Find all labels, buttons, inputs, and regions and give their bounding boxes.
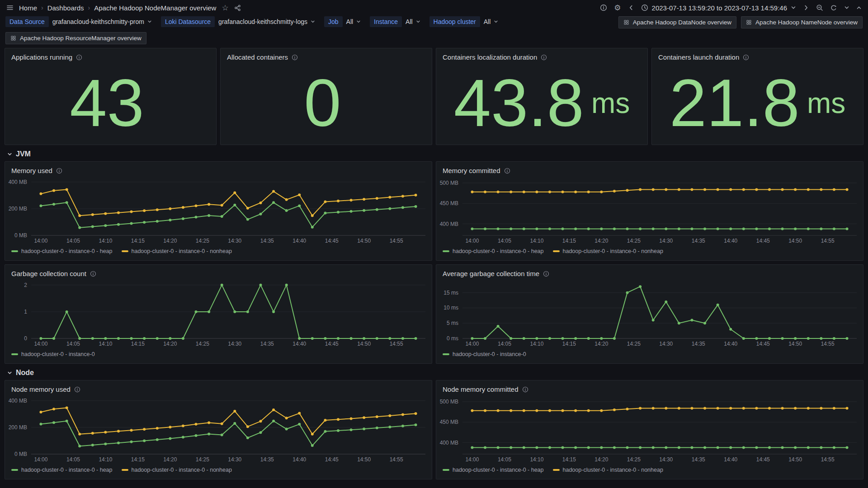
- chart-legend: hadoop-cluster-0 - instance-0 - heaphado…: [5, 464, 432, 479]
- hamburger-menu-icon[interactable]: [6, 4, 14, 11]
- info-icon[interactable]: [522, 386, 528, 393]
- series-point: [388, 414, 391, 417]
- star-icon[interactable]: ☆: [222, 4, 228, 12]
- series-point: [587, 227, 590, 230]
- series-point: [717, 227, 719, 230]
- legend-swatch: [443, 250, 449, 252]
- variable-value-dropdown[interactable]: All: [402, 16, 424, 27]
- x-axis-tick-label: 14:25: [627, 238, 641, 244]
- series-point: [846, 337, 849, 340]
- dashboard-grid-icon: [623, 19, 629, 25]
- chart-plot[interactable]: 0 MB200 MB400 MB14:0014:0514:1014:1514:2…: [5, 393, 432, 464]
- info-circle-icon[interactable]: [600, 4, 607, 11]
- chart-plot[interactable]: 400 MB450 MB500 MB14:0014:0514:1014:1514…: [436, 393, 863, 464]
- legend-item[interactable]: hadoop-cluster-0 - instance-0 - nonheap: [122, 248, 232, 254]
- legend-item[interactable]: hadoop-cluster-0 - instance-0 - heap: [443, 248, 544, 254]
- info-icon[interactable]: [292, 54, 298, 61]
- series-point: [363, 337, 365, 340]
- y-axis-tick-label: 0 MB: [14, 232, 27, 239]
- series-point: [182, 424, 184, 427]
- link-datanode-overview[interactable]: Apache Hadoop DataNode overview: [618, 16, 736, 28]
- breadcrumb-separator: ›: [41, 4, 43, 11]
- series-point: [104, 337, 107, 340]
- chart-canvas[interactable]: 0 MB200 MB400 MB14:0014:0514:1014:1514:2…: [5, 174, 432, 245]
- series-point: [130, 429, 133, 432]
- gear-icon[interactable]: ⚙: [614, 4, 621, 12]
- chart-canvas[interactable]: 0 MB200 MB400 MB14:0014:0514:1014:1514:2…: [5, 393, 432, 464]
- variable-value-dropdown[interactable]: All: [343, 16, 365, 27]
- chevron-down-icon: [494, 19, 498, 24]
- series-point: [807, 188, 810, 191]
- breadcrumb-home[interactable]: Home: [19, 4, 37, 12]
- x-axis-tick-label: 14:05: [66, 341, 80, 347]
- series-point: [285, 284, 288, 286]
- legend-item[interactable]: hadoop-cluster-0 - instance-0 - nonheap: [553, 467, 663, 473]
- info-icon[interactable]: [90, 271, 96, 277]
- link-resourcemanager-overview[interactable]: Apache Hadoop ResourceManager overview: [5, 32, 146, 44]
- stat-value: 21.8: [670, 70, 800, 136]
- chart-plot[interactable]: 0 MB200 MB400 MB14:0014:0514:1014:1514:2…: [5, 174, 432, 245]
- stat-value: 0: [304, 70, 341, 136]
- panel-title: Node memory used: [11, 385, 71, 393]
- chart-plot[interactable]: 01214:0014:0514:1014:1514:2014:2514:3014…: [5, 277, 432, 348]
- breadcrumb-dashboards[interactable]: Dashboards: [47, 4, 84, 12]
- info-icon[interactable]: [56, 168, 62, 174]
- variable-value-dropdown[interactable]: grafanacloud-keithschmitty-prom: [49, 16, 156, 27]
- legend-item[interactable]: hadoop-cluster-0 - instance-0: [443, 351, 526, 357]
- series-point: [613, 446, 616, 449]
- info-icon[interactable]: [541, 54, 547, 61]
- zoom-out-icon[interactable]: [816, 4, 823, 11]
- info-icon[interactable]: [74, 386, 80, 393]
- series-point: [337, 418, 340, 421]
- y-axis-tick-label: 5 ms: [447, 320, 458, 326]
- chart-canvas[interactable]: 01214:0014:0514:1014:1514:2014:2514:3014…: [5, 277, 432, 348]
- legend-item[interactable]: hadoop-cluster-0 - instance-0 - nonheap: [122, 467, 232, 473]
- info-icon[interactable]: [543, 271, 549, 277]
- series-point: [324, 211, 326, 214]
- x-axis-tick-label: 14:40: [292, 456, 306, 463]
- variable-value-dropdown[interactable]: All: [480, 16, 502, 27]
- legend-item[interactable]: hadoop-cluster-0 - instance-0 - heap: [11, 248, 113, 254]
- section-header-node[interactable]: Node: [5, 364, 863, 380]
- node-charts-grid: Node memory used 0 MB200 MB400 MB14:0014…: [5, 380, 863, 479]
- section-header-jvm[interactable]: JVM: [5, 145, 863, 161]
- refresh-interval-chevron-down-icon[interactable]: [844, 5, 849, 10]
- refresh-icon[interactable]: [830, 4, 837, 11]
- series-point: [833, 188, 835, 191]
- legend-item[interactable]: hadoop-cluster-0 - instance-0 - heap: [443, 467, 544, 473]
- chart-canvas[interactable]: 400 MB450 MB500 MB14:0014:0514:1014:1514…: [436, 393, 863, 464]
- info-icon[interactable]: [743, 54, 749, 61]
- clock-icon: [641, 4, 648, 11]
- series-point: [742, 407, 745, 409]
- legend-label: hadoop-cluster-0 - instance-0 - heap: [21, 467, 113, 473]
- series-point: [388, 196, 391, 199]
- series-line: [41, 202, 415, 228]
- series-point: [311, 337, 314, 340]
- series-point: [221, 433, 223, 436]
- link-namenode-overview[interactable]: Apache Hadoop NameNode overview: [741, 16, 863, 28]
- x-axis-tick-label: 14:00: [465, 238, 479, 244]
- time-range-picker[interactable]: 2023-07-13 13:59:20 to 2023-07-13 14:59:…: [641, 4, 796, 12]
- legend-item[interactable]: hadoop-cluster-0 - instance-0: [11, 351, 95, 357]
- chevron-right-icon[interactable]: [803, 5, 809, 11]
- series-point: [742, 227, 745, 230]
- chart-canvas[interactable]: 400 MB450 MB500 MB14:0014:0514:1014:1514…: [436, 174, 863, 245]
- legend-item[interactable]: hadoop-cluster-0 - instance-0 - nonheap: [553, 248, 663, 254]
- chevron-up-icon[interactable]: [856, 5, 862, 10]
- info-icon[interactable]: [76, 54, 82, 61]
- info-icon[interactable]: [504, 168, 510, 174]
- chevron-left-icon[interactable]: [628, 5, 634, 11]
- legend-item[interactable]: hadoop-cluster-0 - instance-0 - heap: [11, 467, 113, 473]
- chart-plot[interactable]: 400 MB450 MB500 MB14:0014:0514:1014:1514…: [436, 174, 863, 245]
- series-point: [324, 337, 326, 340]
- chart-plot[interactable]: 0 ms5 ms10 ms15 ms14:0014:0514:1014:1514…: [436, 277, 863, 348]
- series-point: [484, 191, 486, 193]
- variable-value-dropdown[interactable]: grafanacloud-keithschmitty-logs: [215, 16, 319, 27]
- chart-canvas[interactable]: 0 ms5 ms10 ms15 ms14:0014:0514:1014:1514…: [436, 277, 863, 348]
- series-point: [729, 227, 732, 230]
- share-icon[interactable]: [234, 5, 241, 11]
- series-point: [587, 191, 590, 193]
- variable-label: Job: [324, 16, 343, 27]
- panel-title: Node memory committed: [443, 385, 519, 393]
- x-axis-tick-label: 14:15: [131, 238, 145, 244]
